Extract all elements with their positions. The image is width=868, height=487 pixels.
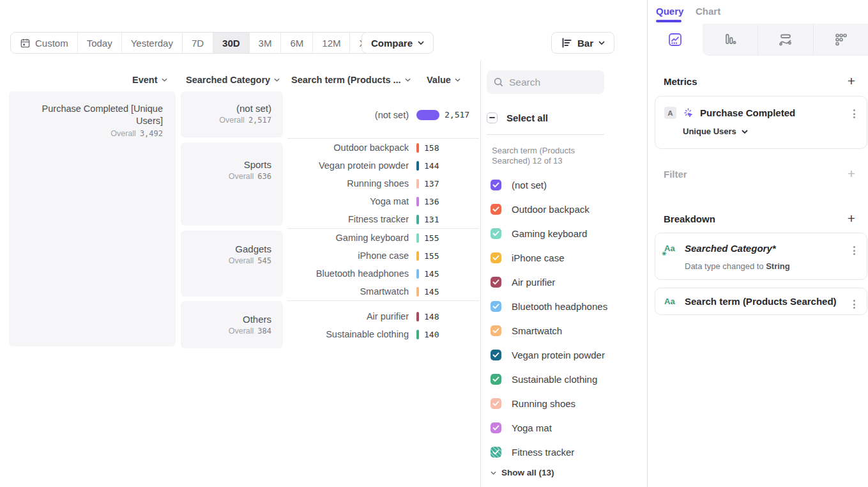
term-row[interactable]: Fitness tracker 131 [287, 210, 479, 228]
term-row[interactable]: Outdoor backpack 158 [287, 139, 479, 157]
category-overall: Overall384 [188, 327, 271, 336]
legend-item[interactable]: Outdoor backpack [491, 197, 637, 221]
event-cell[interactable]: Purchase Completed [Unique Users] Overal… [9, 91, 176, 346]
add-filter-icon[interactable]: + [848, 167, 855, 180]
add-metric-icon[interactable]: + [848, 74, 855, 88]
kebab-menu-icon[interactable] [851, 107, 858, 121]
legend-item[interactable]: Fitness tracker [491, 440, 637, 464]
column-header-category[interactable]: Searched Category [186, 75, 280, 85]
checkbox-checked-icon[interactable] [491, 204, 501, 215]
legend-item[interactable]: Smartwatch [491, 318, 637, 343]
legend-item[interactable]: Running shoes [491, 391, 637, 415]
breakdown-label: Search term (Products Searched) [685, 296, 837, 307]
term-row[interactable]: Air purifier 148 [287, 307, 479, 325]
bar-segment[interactable] [416, 161, 419, 171]
select-all-row[interactable]: Select all [487, 111, 604, 125]
measure-select[interactable]: Unique Users [683, 127, 858, 136]
date-range-today[interactable]: Today [78, 33, 122, 53]
kebab-menu-icon[interactable] [851, 297, 858, 311]
date-range-6m[interactable]: 6M [281, 33, 313, 53]
term-row[interactable]: Sustainable clothing 140 [287, 325, 479, 343]
legend-item[interactable]: Bluetooth headphones [491, 294, 637, 318]
date-range-30d-selected[interactable]: 30D [213, 33, 250, 53]
bar-segment[interactable] [416, 269, 419, 279]
category-cell-gadgets[interactable]: Gadgets Overall545 [181, 231, 283, 297]
legend-item[interactable]: Gaming keyboard [491, 221, 637, 245]
column-header-label: Searched Category [186, 75, 270, 85]
bar-segment[interactable] [416, 197, 419, 206]
tab-insights[interactable] [648, 24, 703, 56]
legend-search[interactable] [487, 70, 604, 94]
show-all-link[interactable]: Show all (13) [491, 468, 554, 477]
tab-chart[interactable]: Chart [696, 6, 720, 17]
bar-segment[interactable] [416, 287, 419, 297]
checkbox-checked-icon[interactable] [491, 228, 501, 239]
search-input[interactable] [509, 77, 592, 88]
event-name: Purchase Completed [Unique Users] [19, 103, 163, 127]
term-row[interactable]: Bluetooth headphones 145 [287, 265, 479, 282]
bar-segment[interactable] [416, 251, 419, 261]
date-range-custom[interactable]: Custom [11, 33, 78, 53]
metric-card[interactable]: A Purchase Completed Unique Users [655, 96, 867, 149]
checkbox-checked-icon[interactable] [491, 350, 501, 360]
column-header-value[interactable]: Value [427, 75, 461, 85]
bar-segment[interactable] [416, 330, 419, 339]
column-header-search-term[interactable]: Search term (Products ... [291, 75, 411, 85]
checkbox-checked-icon[interactable] [491, 398, 501, 409]
term-row[interactable]: (not set) 2,517 [287, 106, 479, 124]
checkbox-checked-icon[interactable] [491, 374, 501, 385]
aa-glyph: Aa [664, 297, 675, 306]
checkbox-checked-icon[interactable] [491, 277, 501, 288]
legend-item[interactable]: Yoga mat [491, 415, 637, 440]
checkbox-checked-icon[interactable] [491, 422, 501, 433]
bar-segment[interactable] [416, 110, 439, 120]
bar-segment[interactable] [416, 215, 419, 224]
kebab-menu-icon[interactable] [851, 244, 858, 258]
date-range-12m[interactable]: 12M [313, 33, 350, 53]
legend-item-label: Running shoes [512, 398, 575, 409]
bar-segment[interactable] [416, 312, 419, 321]
category-cell-others[interactable]: Others Overall384 [181, 301, 283, 348]
overall-value: 636 [257, 172, 271, 181]
tab-funnels[interactable] [703, 24, 758, 56]
term-label: (not set) [287, 110, 409, 120]
term-row[interactable]: Running shoes 137 [287, 174, 479, 192]
checkbox-checked-icon[interactable] [491, 325, 501, 336]
checkbox-checked-icon[interactable] [491, 447, 501, 458]
checkbox-indeterminate-icon[interactable] [487, 112, 498, 123]
column-header-event[interactable]: Event [132, 75, 167, 85]
term-row[interactable]: Vegan protein powder 144 [287, 157, 479, 174]
add-breakdown-icon[interactable]: + [848, 212, 855, 225]
checkbox-checked-icon[interactable] [491, 180, 501, 190]
date-range-label: 30D [222, 38, 240, 49]
legend-item[interactable]: iPhone case [491, 245, 637, 270]
legend-item[interactable]: Vegan protein powder [491, 343, 637, 367]
tab-flows[interactable] [758, 24, 813, 56]
legend-item[interactable]: (not set) [491, 173, 637, 197]
term-value: 131 [424, 215, 439, 224]
legend-item[interactable]: Air purifier [491, 270, 637, 294]
category-cell-not-set[interactable]: (not set) Overall2,517 [181, 91, 283, 137]
checkbox-checked-icon[interactable] [491, 252, 501, 263]
term-row[interactable]: Yoga mat 136 [287, 192, 479, 210]
term-row[interactable]: iPhone case 155 [287, 247, 479, 265]
date-range-3m[interactable]: 3M [250, 33, 282, 53]
compare-button[interactable]: Compare [362, 32, 434, 54]
bar-segment[interactable] [416, 179, 419, 189]
show-all-label: Show all (13) [501, 468, 554, 477]
legend-item[interactable]: Sustainable clothing [491, 367, 637, 391]
term-row[interactable]: Smartwatch 145 [287, 282, 479, 300]
bars-icon [722, 32, 738, 47]
breakdown-card-search-term[interactable]: Aa Search term (Products Searched) [655, 288, 867, 315]
chart-type-select[interactable]: Bar [551, 32, 614, 54]
checkbox-checked-icon[interactable] [491, 301, 501, 312]
tab-query[interactable]: Query [656, 6, 683, 17]
bar-segment[interactable] [416, 143, 419, 153]
date-range-7d[interactable]: 7D [183, 33, 213, 53]
tab-retention[interactable] [813, 24, 868, 56]
date-range-yesterday[interactable]: Yesterday [122, 33, 183, 53]
term-row[interactable]: Gaming keyboard 155 [287, 229, 479, 247]
category-cell-sports[interactable]: Sports Overall636 [181, 143, 283, 226]
breakdown-card-searched-category[interactable]: Aa✳ Searched Category* Data type changed… [655, 233, 867, 280]
bar-segment[interactable] [416, 233, 419, 243]
